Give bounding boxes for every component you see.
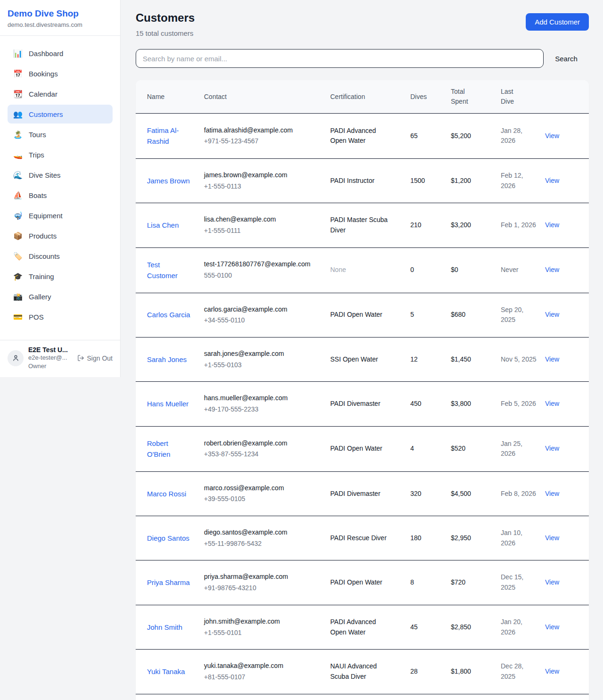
customer-email: fatima.alrashid@example.com [204,125,323,136]
sidebar-item-trips[interactable]: 🚤 Trips [8,145,113,164]
search-button[interactable]: Search [544,51,589,66]
customer-last-dive: Jan 28, 2026 [501,114,545,159]
customer-total-spent: $520 [451,426,501,471]
view-link[interactable]: View [545,578,559,586]
customers-table-card: Name Contact Certification Dives Total S… [136,80,589,700]
customers-table: Name Contact Certification Dives Total S… [136,80,589,700]
sidebar-item-label: Products [29,232,57,240]
column-header-actions [545,80,589,114]
customer-total-spent: $3,800 [451,382,501,426]
customer-phone: +1-555-0103 [204,360,323,371]
customer-name-link[interactable]: Priya Sharma [147,577,190,588]
customer-certification: NAUI Advanced Scuba Diver [330,661,388,682]
sidebar-item-label: Customers [29,110,63,118]
customer-name-link[interactable]: John Smith [147,622,182,633]
view-link[interactable]: View [545,132,559,140]
customer-dives: 210 [410,203,451,247]
sidebar-item-label: Gallery [29,293,51,301]
nav-icon: 🎓 [13,272,23,281]
sidebar-item-pos[interactable]: 💳 POS [8,307,113,326]
customer-certification: PADI Rescue Diver [330,533,387,544]
page-header: Customers 15 total customers Add Custome… [136,11,589,37]
customer-phone: +1-555-0113 [204,181,323,192]
customer-total-spent: $1,200 [451,158,501,203]
customer-last-dive: Feb 8, 2026 [501,471,545,516]
sidebar-item-label: Calendar [29,90,57,98]
view-link[interactable]: View [545,400,559,407]
customer-certification: PADI Master Scuba Diver [330,215,388,235]
sidebar-item-tours[interactable]: 🏝️ Tours [8,125,113,144]
sidebar-item-training[interactable]: 🎓 Training [8,267,113,286]
sidebar-item-equipment[interactable]: 🤿 Equipment [8,206,113,225]
table-row: James Brown james.brown@example.com +1-5… [136,158,589,203]
customer-email: yuki.tanaka@example.com [204,661,323,671]
customer-name-link[interactable]: Test Customer [147,259,190,281]
view-link[interactable]: View [545,534,559,542]
view-link[interactable]: View [545,490,559,497]
sidebar-item-dive-sites[interactable]: 🌊 Dive Sites [8,165,113,184]
customer-dives: 28 [410,650,451,694]
customer-name-link[interactable]: Lisa Chen [147,220,179,231]
shop-domain: demo.test.divestreams.com [8,21,113,28]
user-footer: E2E Test U... e2e-tester@... Owner Sign … [0,340,120,377]
customer-name-link[interactable]: Hans Mueller [147,398,188,409]
customer-certification: SSI Open Water [330,354,378,365]
customer-name-link[interactable]: James Brown [147,175,190,186]
view-link[interactable]: View [545,266,559,273]
customer-last-dive: Feb 1, 2026 [501,203,545,247]
customer-certification: PADI Divemaster [330,399,380,409]
customer-email: hans.mueller@example.com [204,393,323,404]
view-link[interactable]: View [545,221,559,229]
column-header-certification: Certification [330,80,410,114]
sidebar-nav: 📊 Dashboard 📅 Bookings 📆 Calendar 👥 Cust… [0,36,120,340]
column-header-name: Name [136,80,204,114]
search-input[interactable] [136,49,544,68]
view-link[interactable]: View [545,177,559,184]
sidebar-item-gallery[interactable]: 📸 Gallery [8,287,113,306]
sidebar-item-products[interactable]: 📦 Products [8,226,113,245]
customer-name-link[interactable]: Sarah Jones [147,354,187,365]
sidebar-item-calendar[interactable]: 📆 Calendar [8,84,113,103]
nav-icon: 👥 [13,110,23,119]
customer-name-link[interactable]: Carlos Garcia [147,309,190,320]
column-header-contact: Contact [204,80,330,114]
customer-last-dive: Jan 25, 2026 [501,426,545,471]
shop-header: Demo Dive Shop demo.test.divestreams.com [0,0,120,36]
view-link[interactable]: View [545,355,559,363]
sidebar-item-dashboard[interactable]: 📊 Dashboard [8,44,113,63]
customer-name-link[interactable]: Robert O'Brien [147,438,190,460]
customer-name-link[interactable]: Fatima Al-Rashid [147,125,190,147]
customer-name-link[interactable]: Yuki Tanaka [147,666,185,677]
sidebar-item-label: Discounts [29,252,60,260]
sidebar-item-customers[interactable]: 👥 Customers [8,105,113,124]
nav-icon: 📆 [13,90,23,99]
nav-icon: 💳 [13,313,23,321]
nav-icon: 📦 [13,231,23,240]
sidebar-item-boats[interactable]: ⛵ Boats [8,186,113,205]
add-customer-button[interactable]: Add Customer [526,13,589,31]
table-row: Diego Santos diego.santos@example.com +5… [136,516,589,560]
sidebar-item-label: Equipment [29,212,63,220]
customer-last-dive: Feb 12, 2026 [501,158,545,203]
sidebar-item-label: Dive Sites [29,171,61,179]
column-header-dives: Dives [410,80,451,114]
customer-email: test-1772681807767@example.com [204,259,323,270]
sidebar-item-discounts[interactable]: 🏷️ Discounts [8,247,113,265]
customer-name-link[interactable]: Marco Rossi [147,488,186,499]
customer-certification: PADI Divemaster [330,489,380,499]
customer-name-link[interactable]: Diego Santos [147,533,189,544]
sidebar-item-label: Tours [29,131,46,139]
customer-last-dive: Feb 5, 2026 [501,382,545,426]
sign-out-label: Sign Out [87,354,113,362]
sidebar-item-bookings[interactable]: 📅 Bookings [8,64,113,83]
view-link[interactable]: View [545,311,559,318]
sign-out-button[interactable]: Sign Out [77,354,113,362]
view-link[interactable]: View [545,667,559,675]
customer-phone: +1-555-0101 [204,628,323,638]
customer-last-dive: Dec 15, 2025 [501,560,545,605]
view-link[interactable]: View [545,445,559,452]
view-link[interactable]: View [545,623,559,631]
table-row: Robert O'Brien robert.obrien@example.com… [136,426,589,471]
nav-icon: 🚤 [13,150,23,159]
customer-certification: PADI Open Water [330,577,382,588]
